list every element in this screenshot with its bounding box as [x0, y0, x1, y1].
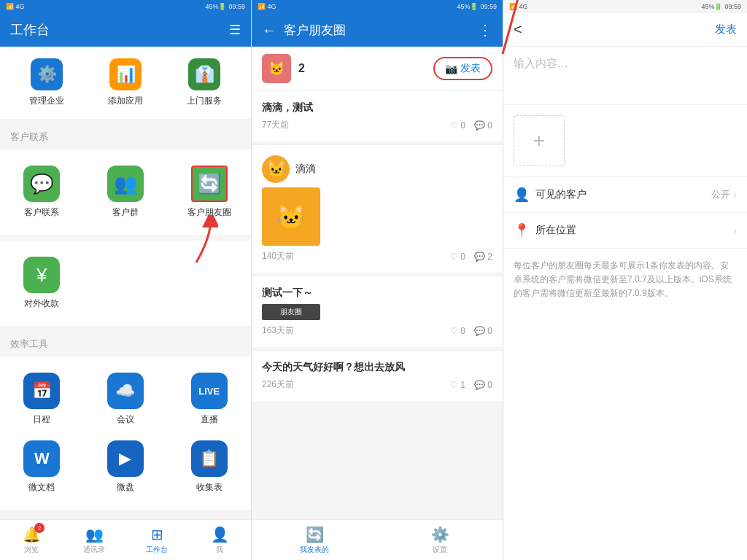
panel1-header: 工作台 ☰: [0, 13, 251, 47]
nav-workbench[interactable]: ⊞ 工作台: [125, 520, 188, 560]
camera-icon: 📷: [445, 63, 457, 74]
feed-content-4: 今天的天气好好啊？想出去放风: [262, 361, 492, 374]
nav-contacts[interactable]: 👥 通讯录: [63, 520, 125, 560]
quick-action-service[interactable]: 👔 上门服务: [165, 58, 244, 107]
feed-content-3: 测试一下～: [262, 287, 492, 300]
nav-me[interactable]: 👤 我: [188, 520, 251, 560]
myposts-icon: 🔄: [306, 526, 324, 543]
tool-meeting[interactable]: ☁️ 会议: [84, 365, 168, 433]
tool-collect[interactable]: 📋 收集表: [167, 433, 251, 501]
tool-schedule[interactable]: 📅 日程: [0, 365, 84, 433]
docs-icon: W: [23, 440, 60, 477]
visible-customers-right: 公开 ›: [711, 188, 737, 201]
quick-action-add[interactable]: 📊 添加应用: [86, 58, 165, 107]
manage-icon: ⚙️: [31, 58, 63, 90]
grid-item-group[interactable]: 👥 客户群: [84, 158, 168, 226]
meeting-label: 会议: [117, 413, 134, 426]
extra-customer-section: ¥ 对外收款: [0, 241, 251, 326]
contact-icon: 💬: [23, 166, 60, 202]
section-label-tools: 效率工具: [0, 332, 251, 357]
feed-item-4: 今天的天气好好啊？想出去放风 226天前 ♡ 1 💬 0: [252, 351, 503, 401]
chevron-icon-1: ›: [733, 189, 737, 201]
signal-text-2: 📶 4G: [258, 3, 276, 10]
panel1-title: 工作台: [10, 21, 50, 39]
panel3-header: < 发表: [503, 13, 747, 47]
image-area: +: [503, 105, 747, 177]
workbench-icon: ⊞: [151, 526, 163, 543]
p2-nav-settings[interactable]: ⚙️ 设置: [377, 520, 503, 560]
battery-text-2: 45%🔋: [457, 3, 478, 10]
feed-time-1: 77天前: [262, 119, 289, 131]
live-icon: LIVE: [191, 373, 228, 409]
group-icon: 👥: [107, 166, 144, 202]
input-area[interactable]: 输入内容…: [503, 47, 747, 105]
schedule-icon: 📅: [23, 373, 60, 409]
location-label: 所在位置: [535, 224, 576, 237]
tool-disk[interactable]: ▶ 微盘: [84, 433, 168, 501]
visible-value: 公开: [711, 188, 730, 201]
p2-nav-myposts[interactable]: 🔄 我发表的: [252, 520, 377, 560]
feed-name-1: 滴滴，测试: [262, 101, 313, 113]
section-label-customer: 客户联系: [0, 125, 251, 149]
feed-actions-1: ♡ 0 💬 0: [450, 120, 492, 131]
schedule-label: 日程: [33, 413, 50, 426]
grid-item-contact[interactable]: 💬 客户联系: [0, 158, 84, 226]
disk-label: 微盘: [117, 481, 134, 494]
feed-actions-3: ♡ 0 💬 0: [450, 326, 492, 336]
back-button-2[interactable]: ←: [262, 22, 276, 39]
more-button[interactable]: ⋮: [478, 21, 492, 39]
visible-customers-row[interactable]: 👤 可见的客户 公开 ›: [503, 177, 747, 213]
panel1-bottom-nav: 2 🔔 浏览 👥 通讯录 ⊞ 工作台 👤 我: [0, 519, 251, 560]
publish-label: 发表: [460, 62, 481, 75]
feed-name-2: 滴滴: [295, 163, 316, 176]
input-placeholder: 输入内容…: [514, 57, 568, 69]
location-row[interactable]: 📍 所在位置 ›: [503, 213, 747, 249]
tool-live[interactable]: LIVE 直播: [167, 365, 251, 433]
add-icon: 📊: [109, 58, 142, 90]
plus-icon: +: [533, 129, 545, 152]
contacts-icon: 👥: [85, 526, 104, 543]
feed-footer-2: 140天前 ♡ 0 💬 2: [262, 250, 492, 262]
add-image-button[interactable]: +: [514, 115, 565, 166]
publish-button-3[interactable]: 发表: [715, 23, 737, 36]
service-icon: 👔: [188, 58, 220, 90]
like-icon-2: ♡ 0: [450, 252, 465, 262]
panel-workbench: 📶 4G 45%🔋 09:59 工作台 ☰ ⚙️ 管理企业 📊 添加应用 👔 上…: [0, 0, 252, 560]
docs-label: 微文档: [28, 481, 55, 494]
customer-grid: 💬 客户联系 👥 客户群 🔄 客户朋友圈: [0, 149, 251, 235]
grid-item-payment[interactable]: ¥ 对外收款: [0, 249, 84, 317]
status-bar-2: 📶 4G 45%🔋 09:59: [252, 0, 503, 13]
tool-docs[interactable]: W 微文档: [0, 433, 84, 501]
manage-label: 管理企业: [29, 95, 64, 107]
publish-button[interactable]: 📷 发表: [433, 57, 492, 80]
friends-circle-image: 朋友圈: [262, 304, 320, 320]
p2-settings-label: 设置: [433, 545, 447, 555]
cat-avatar: 🐱: [262, 155, 290, 183]
status-bar-3: 📶 4G 45%🔋 09:59: [503, 0, 747, 13]
back-button-3[interactable]: <: [514, 21, 522, 38]
badge-count: 2: [34, 523, 44, 533]
time-text-2: 09:59: [480, 3, 497, 10]
chevron-icon-2: ›: [733, 225, 737, 236]
post-number: 2: [298, 62, 305, 75]
group-label: 客户群: [112, 206, 139, 219]
feed-actions-4: ♡ 1 💬 0: [450, 380, 492, 390]
nav-browse[interactable]: 2 🔔 浏览: [0, 520, 63, 560]
quick-action-manage[interactable]: ⚙️ 管理企业: [7, 58, 86, 107]
location-right: ›: [733, 225, 737, 236]
location-icon: 📍: [514, 222, 530, 238]
browse-label: 浏览: [24, 545, 39, 555]
status-bar-1: 📶 4G 45%🔋 09:59: [0, 0, 251, 13]
feed-item-1: 滴滴，测试 77天前 ♡ 0 💬 0: [252, 91, 503, 141]
p2-settings-icon: ⚙️: [431, 526, 449, 543]
collect-icon: 📋: [191, 440, 228, 477]
feed-item-2: 🐱 滴滴 🐱 140天前 ♡ 0 💬 2: [252, 145, 503, 273]
settings-icon[interactable]: ☰: [229, 22, 241, 38]
feed-image-2: 🐱: [262, 187, 320, 246]
post-area: 🐱 2 📷 发表: [252, 47, 503, 91]
location-left: 📍 所在位置: [514, 222, 576, 238]
moments-label: 客户朋友圈: [187, 206, 231, 219]
grid-item-moments[interactable]: 🔄 客户朋友圈: [167, 158, 251, 226]
panel2-bottom-nav: 🔄 我发表的 ⚙️ 设置: [252, 519, 503, 560]
feed-actions-2: ♡ 0 💬 2: [450, 252, 492, 262]
